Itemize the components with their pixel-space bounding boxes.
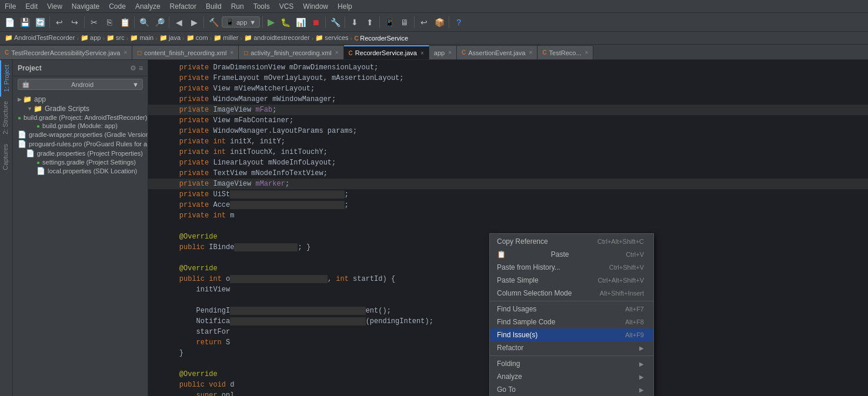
tree-item-gradle-prop[interactable]: 📄 gradle.properties (Project Properties) xyxy=(13,149,148,158)
paste-toolbar-btn[interactable]: 📋 xyxy=(118,15,132,29)
code-line: private int m xyxy=(148,210,868,221)
new-file-btn[interactable]: 📄 xyxy=(2,15,16,29)
tab-activity-finish[interactable]: ◻ activity_finish_recording.xml × xyxy=(239,45,343,59)
breadcrumb-main[interactable]: 📁main xyxy=(130,34,153,42)
menu-help[interactable]: Help xyxy=(333,1,357,12)
cut-btn[interactable]: ✂ xyxy=(87,15,101,29)
menu-file[interactable]: File xyxy=(0,1,21,12)
tab-assertion-event[interactable]: C AssertionEvent.java × xyxy=(457,45,538,59)
save-btn[interactable]: 💾 xyxy=(18,15,32,29)
close-tab-btn[interactable]: × xyxy=(529,49,532,56)
close-tab-btn[interactable]: × xyxy=(448,49,452,56)
search-btn[interactable]: 🔍 xyxy=(137,15,151,29)
android-selector[interactable]: 🤖 Android ▼ xyxy=(18,79,143,90)
tab-app[interactable]: app × xyxy=(429,45,457,59)
avd-manager-btn[interactable]: 🖥 xyxy=(398,15,412,29)
menu-run[interactable]: Run xyxy=(226,1,249,12)
menu-edit[interactable]: Edit xyxy=(21,1,42,12)
menu-tools[interactable]: Tools xyxy=(249,1,275,12)
code-line: private View mFabContainer; xyxy=(148,115,868,126)
tree-item-settings-gradle[interactable]: ● settings.gradle (Project Settings) xyxy=(13,158,148,166)
undo2-btn[interactable]: ↩ xyxy=(417,15,431,29)
ctx-item-shortcut: Alt+F7 xyxy=(625,306,644,313)
ctx-refactor[interactable]: Refactor ▶ xyxy=(490,341,653,354)
tree-item-local-prop[interactable]: 📄 local.properties (SDK Location) xyxy=(13,166,148,176)
tree-item-build-project[interactable]: ● build.gradle (Project: AndroidTestReco… xyxy=(13,113,148,122)
help-btn[interactable]: ? xyxy=(452,15,466,29)
tab-testreco[interactable]: C TestReco... × xyxy=(538,45,593,59)
app-selector[interactable]: 📱app▼ xyxy=(222,16,260,28)
ctx-find-usages[interactable]: Find Usages Alt+F7 xyxy=(490,303,653,316)
close-tab-btn[interactable]: × xyxy=(335,49,339,56)
tab-recorder-service[interactable]: C RecorderService.java × xyxy=(344,45,429,59)
ctx-find-sample-code[interactable]: Find Sample Code Alt+F8 xyxy=(490,316,653,328)
ctx-paste-history[interactable]: Paste from History... Ctrl+Shift+V xyxy=(490,261,653,274)
sync-btn[interactable]: 🔄 xyxy=(33,15,47,29)
replace-btn[interactable]: 🔎 xyxy=(152,15,166,29)
menu-analyze[interactable]: Analyze xyxy=(131,1,165,12)
menu-vcs[interactable]: VCS xyxy=(275,1,299,12)
breadcrumb-recorderservice[interactable]: CRecorderService xyxy=(354,35,408,42)
tree-item-gradle-wrapper[interactable]: 📄 gradle-wrapper.properties (Gradle Vers… xyxy=(13,130,148,139)
gradle-sync-btn[interactable]: 🔧 xyxy=(328,15,342,29)
xml-icon: ◻ xyxy=(243,49,248,56)
ctx-folding[interactable]: Folding ▶ xyxy=(490,357,653,370)
vcs-commit-btn[interactable]: ⬆ xyxy=(363,15,377,29)
stop-btn[interactable]: ⏹ xyxy=(309,15,323,29)
ctx-item-shortcut: Ctrl+V xyxy=(626,251,644,258)
ctx-copy-reference[interactable]: Copy Reference Ctrl+Alt+Shift+C xyxy=(490,235,653,248)
sdk-manager-btn[interactable]: 📦 xyxy=(432,15,446,29)
breadcrumb-java[interactable]: 📁java xyxy=(159,34,181,42)
code-editor[interactable]: private DrawDimensionView mDrawDimension… xyxy=(148,60,868,396)
gear-icon[interactable]: ⚙ xyxy=(130,64,136,72)
ctx-goto[interactable]: Go To ▶ xyxy=(490,383,653,396)
menu-window[interactable]: Window xyxy=(298,1,333,12)
breadcrumb-miller[interactable]: 📁miller xyxy=(213,34,238,42)
vcs-update-btn[interactable]: ⬇ xyxy=(348,15,362,29)
breadcrumb-com[interactable]: 📁com xyxy=(186,34,208,42)
breadcrumb-testrecorder[interactable]: 📁androidtestrecorder xyxy=(244,34,309,42)
tree-item-proguard[interactable]: 📄 proguard-rules.pro (ProGuard Rules for… xyxy=(13,139,148,149)
copy-btn[interactable]: ⎘ xyxy=(102,15,116,29)
ctx-find-issues[interactable]: Find Issue(s) Alt+F9 xyxy=(490,328,653,341)
run-with-coverage-btn[interactable]: 📊 xyxy=(293,15,308,29)
vert-tab-structure[interactable]: 2: Structure xyxy=(0,96,12,139)
menu-navigate[interactable]: Navigate xyxy=(67,1,104,12)
code-line: private int initTouchX, initTouchY; xyxy=(148,147,868,157)
undo-btn[interactable]: ↩ xyxy=(52,15,66,29)
close-tab-btn[interactable]: × xyxy=(420,50,424,56)
prop-icon: 📄 xyxy=(36,167,45,175)
breadcrumb-app[interactable]: 📁app xyxy=(81,34,101,42)
tree-item-gradle-scripts[interactable]: ▼ 📁 Gradle Scripts xyxy=(13,104,148,113)
debug-btn[interactable]: 🐛 xyxy=(278,15,292,29)
menu-code[interactable]: Code xyxy=(104,1,131,12)
close-tab-btn[interactable]: × xyxy=(123,49,127,56)
ctx-column-selection[interactable]: Column Selection Mode Alt+Shift+Insert xyxy=(490,287,653,300)
ctx-paste-simple[interactable]: Paste Simple Ctrl+Alt+Shift+V xyxy=(490,274,653,287)
redo-btn[interactable]: ↪ xyxy=(68,15,82,29)
expand-arrow: ▶ xyxy=(18,96,22,102)
ctx-analyze[interactable]: Analyze ▶ xyxy=(490,370,653,383)
vert-tab-project[interactable]: 1: Project xyxy=(0,60,12,96)
breadcrumb-src[interactable]: 📁src xyxy=(106,34,125,42)
device-manager-btn[interactable]: 📱 xyxy=(382,15,396,29)
close-tab-btn[interactable]: × xyxy=(230,49,233,56)
tab-accessibility-service[interactable]: C TestRecorderAccessibilityService.java … xyxy=(0,45,132,59)
run-btn[interactable]: ▶ xyxy=(265,15,277,29)
breadcrumb-services[interactable]: 📁services xyxy=(315,34,348,42)
menu-view[interactable]: View xyxy=(42,1,67,12)
menu-refactor[interactable]: Refactor xyxy=(165,1,201,12)
tree-item-build-module[interactable]: ● build.gradle (Module: app) xyxy=(13,122,148,130)
tree-item-app[interactable]: ▶ 📁 app xyxy=(13,95,148,104)
ctx-item-label: Find Usages xyxy=(497,305,536,313)
close-tab-btn[interactable]: × xyxy=(585,49,589,56)
forward-btn[interactable]: ▶ xyxy=(187,15,201,29)
build-btn[interactable]: 🔨 xyxy=(206,15,221,29)
tab-content-finish[interactable]: ◻ content_finish_recording.xml × xyxy=(132,45,239,59)
ctx-paste[interactable]: 📋 Paste Ctrl+V xyxy=(490,248,653,261)
settings-icon[interactable]: ≡ xyxy=(139,64,143,72)
menu-build[interactable]: Build xyxy=(201,1,226,12)
vert-tab-captures[interactable]: Captures xyxy=(0,139,12,175)
back-btn[interactable]: ◀ xyxy=(172,15,186,29)
breadcrumb-root[interactable]: 📁AndroidTestRecorder xyxy=(5,34,75,42)
